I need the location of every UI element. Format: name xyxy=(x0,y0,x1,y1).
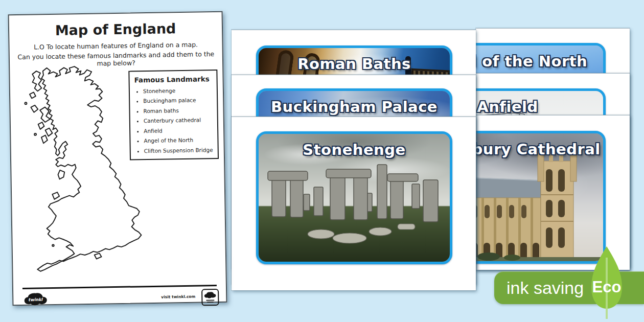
quality-badge-cloud-icon xyxy=(202,290,218,305)
landmarks-heading: Famous Landmarks xyxy=(134,75,213,84)
landmark-item: Angel of the North xyxy=(144,136,214,144)
landmarks-list: Stonehenge Buckingham palace Roman baths… xyxy=(134,87,215,154)
page-stonehenge: Stonehenge xyxy=(232,117,476,290)
card-title-buckingham: Buckingham Palace xyxy=(259,98,450,116)
landmark-item: Canterbury cathedral xyxy=(144,117,214,124)
preview-canvas: Angel of the North Anfield xyxy=(0,0,644,322)
landmark-item: Stonehenge xyxy=(143,87,214,94)
landmark-card-stonehenge: Stonehenge xyxy=(256,131,452,264)
card-title-canterbury: Canterbury Cathedral xyxy=(476,141,603,158)
landmark-item: Roman baths xyxy=(143,107,214,114)
landmark-item: Buckingham palace xyxy=(143,97,214,104)
landmark-item: Anfield xyxy=(144,127,214,134)
landmark-item: Clifton Suspension Bridge xyxy=(144,147,215,154)
card-title-stonehenge: Stonehenge xyxy=(259,141,450,158)
card-title-roman-baths: Roman Baths xyxy=(259,55,450,73)
twinkl-logo-text: twinkl xyxy=(28,297,43,302)
ink-saving-label: ink saving xyxy=(507,271,584,304)
footer-divider xyxy=(22,285,217,289)
learning-objective: L.O To locate human features of England … xyxy=(9,40,222,52)
worksheet-title: Map of England xyxy=(9,20,222,39)
landmark-card-canterbury-cathedral: Canterbury Cathedral xyxy=(476,131,606,264)
worksheet-page: Map of England L.O To locate human featu… xyxy=(8,11,227,306)
visit-twinkl-text: visit twinkl.com xyxy=(161,294,195,300)
card-title-angel: Angel of the North xyxy=(476,53,603,70)
eco-label: Eco xyxy=(586,278,627,296)
famous-landmarks-box: Famous Landmarks Stonehenge Buckingham p… xyxy=(128,70,219,160)
twinkl-quality-badge-icon xyxy=(201,289,219,306)
card-title-anfield: Anfield xyxy=(476,98,603,116)
twinkl-logo: twinkl xyxy=(21,291,49,307)
